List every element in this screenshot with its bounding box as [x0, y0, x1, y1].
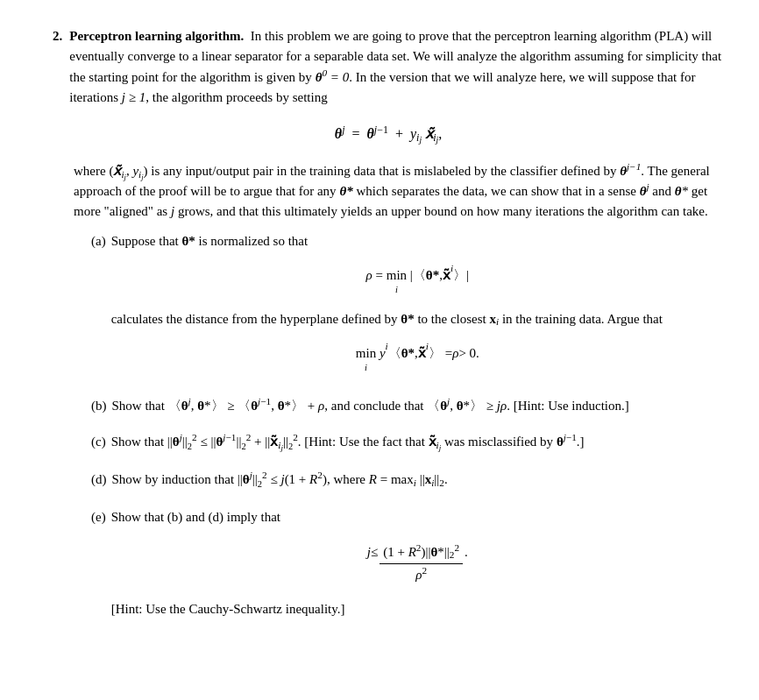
problem-header: 2. Perceptron learning algorithm. In thi… — [53, 26, 724, 108]
where-paragraph: where (x̃ij, yij) is any input/output pa… — [74, 161, 724, 223]
fraction-bound: (1 + R2)||θ*||22 ρ2 — [380, 542, 463, 586]
part-d: (d) Show by induction that ||θj||22 ≤ j(… — [91, 470, 724, 498]
problem-container: 2. Perceptron learning algorithm. In thi… — [53, 26, 724, 626]
main-update-formula: θj = θj−1 + yij x̃ij, — [53, 124, 724, 145]
part-e-label: (e) — [91, 507, 106, 626]
part-b-label: (b) — [91, 396, 107, 423]
part-d-content: Show by induction that ||θj||22 ≤ j(1 + … — [112, 470, 725, 498]
part-e-intro: Show that (b) and (d) imply that — [111, 507, 724, 527]
part-c-text: Show that ||θj||22 ≤ ||θj−1||22 + ||x̃ij… — [111, 432, 724, 454]
problem-number: 2. — [53, 26, 62, 108]
min-operator-2: min i — [356, 343, 376, 373]
part-c-content: Show that ||θj||22 ≤ ||θj−1||22 + ||x̃ij… — [111, 432, 724, 461]
part-b: (b) Show that 〈θj, θ*〉 ≥ 〈θj−1, θ*〉 + ρ,… — [91, 396, 724, 423]
j-condition: j ≥ 1 — [122, 90, 145, 104]
part-d-text: Show by induction that ||θj||22 ≤ j(1 + … — [112, 470, 725, 491]
min-formula: min i yi〈θ*, x̃i〉 = ρ > 0. — [111, 343, 724, 373]
part-b-text: Show that 〈θj, θ*〉 ≥ 〈θj−1, θ*〉 + ρ, and… — [112, 396, 725, 416]
final-bound-formula: j ≤ (1 + R2)||θ*||22 ρ2 . — [111, 542, 724, 586]
part-c-label: (c) — [91, 432, 106, 461]
part-b-content: Show that 〈θj, θ*〉 ≥ 〈θj−1, θ*〉 + ρ, and… — [112, 396, 725, 423]
problem-body: where (x̃ij, yij) is any input/output pa… — [74, 161, 724, 627]
part-e: (e) Show that (b) and (d) imply that j ≤… — [91, 507, 724, 626]
part-a-middle: calculates the distance from the hyperpl… — [111, 309, 724, 329]
min-operator: min i — [387, 265, 407, 295]
theta-zero: θ0 = 0 — [316, 70, 350, 84]
part-c: (c) Show that ||θj||22 ≤ ||θj−1||22 + ||… — [91, 432, 724, 461]
part-e-content: Show that (b) and (d) imply that j ≤ (1 … — [111, 507, 724, 626]
problem-title: Perceptron learning algorithm. — [69, 29, 244, 43]
part-d-label: (d) — [91, 470, 107, 498]
cauchy-hint: [Hint: Use the Cauchy-Schwartz inequalit… — [111, 599, 724, 619]
part-a-label: (a) — [91, 231, 106, 387]
rho-formula: ρ = min i |〈θ*, x̃i〉| — [111, 265, 724, 295]
part-a-content: Suppose that θ* is normalized so that ρ … — [111, 231, 724, 387]
problem-intro-text: Perceptron learning algorithm. In this p… — [69, 26, 724, 108]
part-a: (a) Suppose that θ* is normalized so tha… — [91, 231, 724, 387]
part-a-intro: Suppose that θ* is normalized so that — [111, 231, 724, 251]
